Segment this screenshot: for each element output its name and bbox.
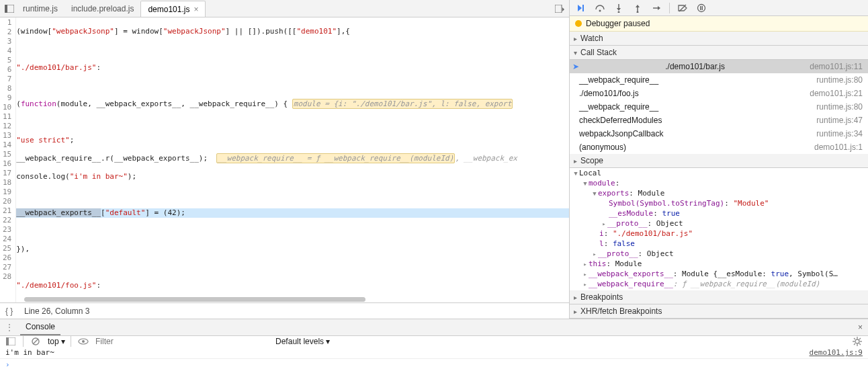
svg-rect-19 [702, 6, 703, 10]
context-selector[interactable]: top ▾ [48, 337, 65, 346]
call-stack-list: ➤./demo101/bar.jsdemo101.js:11__webpack_… [570, 60, 868, 154]
live-expression-icon[interactable] [77, 337, 90, 345]
svg-point-26 [855, 339, 859, 343]
console-output[interactable]: i'm in bar~demo101.js:9 › [0, 347, 868, 369]
svg-marker-4 [578, 5, 582, 11]
drawer-menu-icon[interactable]: ⋮ [5, 323, 13, 332]
log-levels-selector[interactable]: Default levels ▾ [275, 337, 330, 346]
breakpoints-section[interactable]: ▸Breakpoints [570, 290, 868, 304]
cursor-position: Line 26, Column 3 [24, 306, 89, 316]
stack-frame[interactable]: ➤./demo101/bar.jsdemo101.js:11 [570, 60, 868, 73]
console-filter-input[interactable] [95, 337, 270, 346]
xhr-breakpoints-section[interactable]: ▸XHR/fetch Breakpoints [570, 304, 868, 319]
console-filter-bar: top ▾ Default levels ▾ [0, 335, 868, 347]
svg-rect-18 [700, 6, 701, 10]
deactivate-breakpoints-icon[interactable] [675, 1, 690, 15]
tab-include-preload[interactable]: include.preload.js [64, 1, 140, 16]
console-tab[interactable]: Console [20, 319, 60, 335]
step-out-icon[interactable] [630, 1, 645, 15]
console-sidebar-icon[interactable] [4, 337, 17, 345]
scope-section[interactable]: ▸Scope [570, 154, 868, 168]
svg-line-34 [854, 343, 855, 345]
pause-indicator-icon [575, 20, 582, 27]
step-into-icon[interactable] [611, 1, 626, 15]
debugger-paused-banner: Debugger paused [570, 16, 868, 32]
scope-tree[interactable]: ▼Local ▼module: ▼exports: Module Symbol(… [570, 168, 868, 290]
stack-frame[interactable]: __webpack_require__runtime.js:80 [570, 100, 868, 114]
pause-on-exceptions-icon[interactable] [694, 1, 709, 15]
debug-toolbar [570, 0, 868, 16]
svg-point-12 [637, 11, 639, 13]
svg-marker-11 [636, 5, 640, 7]
stack-frame[interactable]: webpackJsonpCallbackruntime.js:34 [570, 127, 868, 140]
svg-point-25 [82, 340, 85, 343]
svg-rect-5 [582, 5, 584, 11]
close-icon[interactable]: × [193, 5, 198, 14]
horizontal-scrollbar[interactable] [24, 297, 365, 302]
more-tabs-icon[interactable] [553, 2, 566, 15]
tab-demo101[interactable]: demo101.js× [140, 1, 206, 17]
console-settings-icon[interactable] [851, 337, 864, 346]
stack-frame[interactable]: ./demo101/foo.jsdemo101.js:21 [570, 87, 868, 100]
stack-frame[interactable]: __webpack_require__runtime.js:80 [570, 73, 868, 87]
resume-icon[interactable] [574, 1, 589, 15]
file-navigator-icon[interactable] [3, 2, 16, 15]
svg-point-6 [599, 9, 601, 11]
console-source-link[interactable]: demo101.js:9 [810, 348, 863, 357]
braces-icon[interactable]: { } [5, 306, 17, 316]
svg-rect-2 [555, 5, 562, 13]
status-bar: { } Line 26, Column 3 [0, 302, 569, 319]
svg-line-31 [854, 338, 855, 339]
line-gutter: 1234567891011121314151617181920212223242… [0, 17, 16, 302]
console-prompt[interactable]: › [0, 359, 868, 369]
svg-point-17 [698, 4, 705, 11]
clear-console-icon[interactable] [29, 337, 42, 346]
stack-frame[interactable]: checkDeferredModulesruntime.js:47 [570, 114, 868, 127]
svg-marker-14 [658, 6, 660, 10]
callstack-section[interactable]: ▾Call Stack [570, 46, 868, 60]
step-over-icon[interactable] [593, 1, 607, 15]
tab-runtime[interactable]: runtime.js [16, 1, 64, 16]
svg-line-33 [859, 338, 861, 339]
console-drawer-tabbar: ⋮ Console × [0, 319, 868, 335]
svg-rect-21 [6, 337, 9, 345]
svg-rect-1 [5, 5, 7, 13]
svg-marker-8 [617, 8, 621, 11]
svg-point-9 [618, 11, 620, 13]
svg-marker-3 [562, 7, 564, 11]
svg-line-23 [33, 339, 38, 344]
stack-frame[interactable]: (anonymous)demo101.js:1 [570, 140, 868, 154]
code-editor[interactable]: 1234567891011121314151617181920212223242… [0, 17, 569, 302]
close-drawer-icon[interactable]: × [858, 323, 863, 332]
console-message: i'm in bar~ [5, 348, 54, 357]
watch-section[interactable]: ▸Watch [570, 32, 868, 46]
editor-tabbar: runtime.js include.preload.js demo101.js… [0, 0, 569, 17]
step-icon[interactable] [649, 1, 664, 15]
svg-line-32 [859, 343, 861, 345]
